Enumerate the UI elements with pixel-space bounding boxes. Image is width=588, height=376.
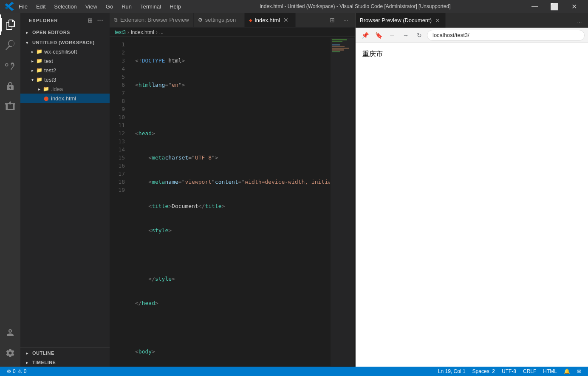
browser-pin-icon[interactable]: 📌: [359, 29, 371, 41]
breadcrumb-test3[interactable]: test3: [115, 29, 126, 35]
menu-edit[interactable]: Edit: [32, 2, 50, 11]
open-editors-section[interactable]: OPEN EDITORS: [20, 26, 110, 37]
timeline-label: TIMELINE: [32, 360, 56, 365]
settings-icon: ⚙: [198, 17, 203, 23]
code-line-11: </head>: [135, 299, 325, 307]
explorer-icon[interactable]: [0, 14, 20, 35]
browser-bookmark-icon[interactable]: 🔖: [373, 29, 384, 41]
extension-icon: ⧉: [114, 17, 118, 23]
preview-tab[interactable]: Browser Preview (Document) ✕: [356, 13, 446, 28]
breadcrumb-sep2: ›: [156, 29, 158, 35]
bottom-sections: OUTLINE TIMELINE: [20, 348, 110, 367]
status-right: Ln 19, Col 1 Spaces: 2 UTF-8 CRLF HTML 🔔…: [435, 367, 585, 376]
main-layout: Explorer ⊞ ··· OPEN EDITORS UNTITLED (WO…: [0, 13, 588, 367]
index-html-label: index.html: [51, 95, 76, 102]
sidebar-item-test[interactable]: 📁 test: [20, 56, 110, 66]
tab-settings-json[interactable]: ⚙ settings.json: [194, 13, 245, 27]
code-line-2: <html lang="en">: [135, 81, 325, 89]
bell-icon: 🔔: [564, 368, 570, 374]
status-language[interactable]: HTML: [540, 367, 560, 376]
settings-gear-icon[interactable]: [0, 343, 20, 363]
code-line-8: <style>: [135, 226, 325, 234]
status-notifications[interactable]: 🔔: [560, 367, 574, 376]
code-content[interactable]: <!DOCTYPE html> <html lang="en"> <head> …: [130, 37, 330, 367]
browser-refresh-icon[interactable]: ↻: [413, 29, 425, 41]
status-ln-col[interactable]: Ln 19, Col 1: [435, 367, 469, 376]
source-control-icon[interactable]: [0, 55, 20, 76]
editor-area: ⧉ Extension: Browser Preview ⚙ settings.…: [110, 13, 355, 367]
menu-bar: File Edit Selection View Go Run Terminal…: [14, 2, 185, 11]
test3-label: test3: [44, 77, 56, 83]
tab-index-html[interactable]: ◆ index.html ✕: [245, 13, 296, 27]
outline-chevron: [24, 350, 31, 356]
status-encoding[interactable]: UTF-8: [498, 367, 520, 376]
breadcrumb-dots: ...: [159, 29, 164, 35]
menu-selection[interactable]: Selection: [50, 2, 81, 11]
status-errors[interactable]: ⊗ 0 ⚠ 0: [3, 367, 30, 376]
title-bar: File Edit Selection View Go Run Terminal…: [0, 0, 588, 13]
status-bar: ⊗ 0 ⚠ 0 Ln 19, Col 1 Spaces: 2 UTF-8 CRL…: [0, 367, 588, 376]
url-bar[interactable]: localhost/test3/: [427, 30, 585, 41]
menu-terminal[interactable]: Terminal: [136, 2, 165, 11]
preview-tab-close[interactable]: ✕: [434, 17, 441, 24]
browser-content: 重庆市: [356, 43, 588, 367]
sidebar-item-test2[interactable]: 📁 test2: [20, 66, 110, 75]
minimap: [330, 37, 355, 367]
line-ending-text: CRLF: [523, 368, 536, 374]
idea-label: .idea: [51, 86, 63, 92]
menu-file[interactable]: File: [14, 2, 32, 11]
menu-run[interactable]: Run: [117, 2, 136, 11]
menu-help[interactable]: Help: [165, 2, 185, 11]
tab-extension-label: Extension: Browser Preview: [120, 17, 189, 23]
sidebar-item-test3[interactable]: 📁 test3: [20, 75, 110, 84]
sidebar-header-icons: ⊞ ···: [86, 16, 105, 25]
outline-label: OUTLINE: [32, 350, 54, 356]
timeline-chevron: [24, 359, 31, 366]
code-line-9: [135, 251, 325, 259]
code-line-10: </style>: [135, 275, 325, 283]
sidebar-item-idea[interactable]: 📁 .idea: [20, 84, 110, 94]
maximize-button[interactable]: ⬜: [545, 0, 564, 13]
browser-forward-icon[interactable]: →: [400, 29, 412, 41]
window-title: index.html - Untitled (Workspace) - Visu…: [185, 3, 525, 9]
more-tabs-icon[interactable]: ···: [340, 14, 352, 26]
tab-html-label: index.html: [255, 17, 280, 23]
code-line-7: <title>Document</title>: [135, 202, 325, 210]
encoding-text: UTF-8: [502, 368, 516, 374]
search-icon[interactable]: [0, 35, 20, 55]
ln-col-text: Ln 19, Col 1: [438, 368, 466, 374]
code-editor[interactable]: 12345 678910 1112131415 16171819 <!DOCTY…: [110, 37, 355, 367]
workspace-section[interactable]: UNTITLED (WORKSPACE): [20, 37, 110, 47]
outline-section[interactable]: OUTLINE: [20, 348, 110, 357]
menu-view[interactable]: View: [81, 2, 102, 11]
status-feedback[interactable]: ✉: [574, 367, 585, 376]
account-icon[interactable]: [0, 322, 20, 343]
run-debug-icon[interactable]: [0, 76, 20, 96]
more-options-icon[interactable]: ···: [96, 16, 105, 25]
preview-more-icon[interactable]: ···: [574, 16, 585, 28]
close-button[interactable]: ✕: [564, 0, 584, 13]
idea-chevron: [36, 85, 42, 92]
split-editor-icon[interactable]: ⊞: [326, 14, 338, 26]
menu-go[interactable]: Go: [102, 2, 117, 11]
breadcrumb-index-html[interactable]: index.html: [131, 29, 154, 35]
tab-extension-browser[interactable]: ⧉ Extension: Browser Preview: [110, 13, 194, 27]
tab-html-close[interactable]: ✕: [283, 17, 289, 23]
spaces-text: Spaces: 2: [472, 368, 495, 374]
sidebar: Explorer ⊞ ··· OPEN EDITORS UNTITLED (WO…: [20, 13, 110, 367]
minimize-button[interactable]: —: [525, 0, 545, 13]
sidebar-item-index-html[interactable]: ⬤ index.html: [20, 94, 110, 103]
sidebar-item-wx-cqshilisoft[interactable]: 📁 wx-cqshilisoft: [20, 47, 110, 56]
status-line-ending[interactable]: CRLF: [520, 367, 540, 376]
html-file-icon: ⬤: [42, 95, 49, 102]
wx-label: wx-cqshilisoft: [44, 48, 77, 55]
code-line-1: <!DOCTYPE html>: [135, 57, 325, 65]
timeline-section[interactable]: TIMELINE: [20, 357, 110, 367]
status-spaces[interactable]: Spaces: 2: [469, 367, 498, 376]
new-file-icon[interactable]: ⊞: [86, 16, 94, 25]
tab-bar: ⧉ Extension: Browser Preview ⚙ settings.…: [110, 13, 355, 28]
title-bar-left: File Edit Selection View Go Run Terminal…: [4, 1, 185, 11]
browser-back-icon[interactable]: ←: [386, 29, 398, 41]
tab-html-icon: ◆: [249, 18, 252, 23]
extensions-icon[interactable]: [0, 96, 20, 117]
